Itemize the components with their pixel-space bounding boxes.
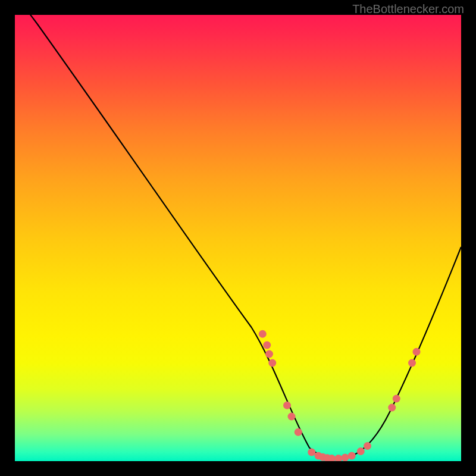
data-marker <box>342 454 349 462</box>
plot-area <box>15 15 461 461</box>
data-markers <box>259 330 421 461</box>
data-marker <box>268 359 276 367</box>
chart-svg <box>15 15 461 461</box>
data-marker <box>259 330 267 338</box>
data-marker <box>408 359 416 367</box>
data-marker <box>283 402 291 409</box>
data-marker <box>334 455 342 461</box>
data-marker <box>295 428 302 436</box>
data-marker <box>357 447 365 455</box>
data-marker <box>388 404 396 412</box>
data-marker <box>288 413 296 421</box>
data-marker <box>364 442 371 450</box>
attribution-text: TheBottlenecker.com <box>352 2 464 16</box>
data-marker <box>413 348 421 356</box>
data-marker <box>308 449 315 456</box>
data-marker <box>263 342 271 349</box>
data-marker <box>265 350 273 358</box>
curve-line <box>24 15 461 459</box>
data-marker <box>393 395 400 403</box>
data-marker <box>348 452 356 460</box>
